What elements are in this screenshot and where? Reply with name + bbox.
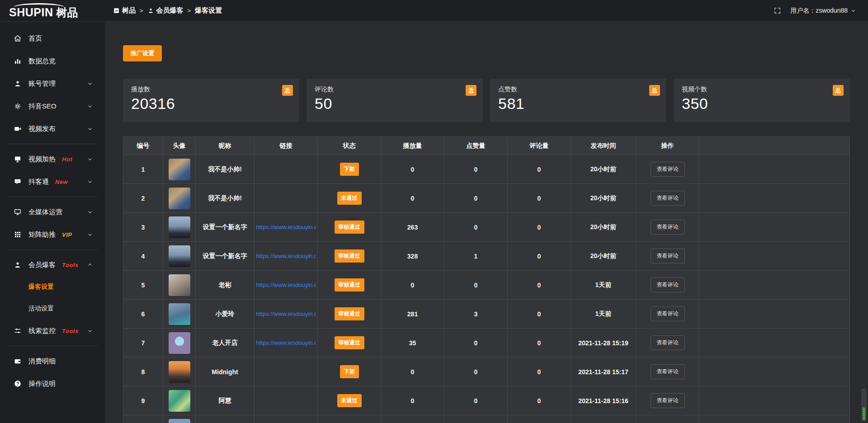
view-comments-button[interactable]: 查看评论 <box>651 191 685 206</box>
header-cell-4: 状态 <box>318 137 381 155</box>
cell-link: https://www.iesdouyin.c <box>255 271 318 300</box>
sidebar-item-data-overview[interactable]: 数据总览 <box>0 50 105 72</box>
view-comments-button[interactable]: 查看评论 <box>651 220 685 235</box>
sidebar-subitem-baoke-setting[interactable]: 爆客设置 <box>0 276 105 298</box>
view-comments-button[interactable]: 查看评论 <box>651 393 685 408</box>
sidebar-item-video-publish[interactable]: 视频发布 <box>0 118 105 140</box>
sidebar-item-douketong[interactable]: 抖客通New <box>0 170 105 193</box>
table-row: 5老彬https://www.iesdouyin.c审核通过0001天前查看评论 <box>123 271 849 300</box>
wallet-icon <box>14 357 22 365</box>
user-menu[interactable]: 用户名：zswodun88 <box>790 7 856 15</box>
stats-row: 播放数20316总评论数50总点赞数581总视频个数350总 <box>123 79 850 122</box>
breadcrumb-item-member-baoke[interactable]: 会员爆客 <box>147 6 184 15</box>
video-link[interactable]: https://www.iesdouyin.c <box>256 339 316 346</box>
status-badge: 未通过 <box>337 394 362 407</box>
cell-plays: 35 <box>381 329 444 357</box>
sidebar-item-account-manage[interactable]: 账号管理 <box>0 72 105 95</box>
stat-total-badge: 总 <box>466 85 476 96</box>
cell-id: 8 <box>123 357 163 386</box>
cell-likes: 0 <box>444 329 508 357</box>
cell-link: https://www.iesdouyin.c <box>255 213 318 242</box>
promo-settings-button[interactable]: 推广设置 <box>123 45 162 61</box>
cell-nickname: 设置一个新名字 <box>196 213 255 242</box>
sidebar-item-label: 首页 <box>28 34 42 43</box>
sidebar-item-label: 视频加热 <box>28 155 56 164</box>
cell-avatar <box>163 155 196 184</box>
sidebar-item-clue-monitor[interactable]: 线索监控Tools <box>0 320 105 342</box>
avatar <box>169 332 190 354</box>
video-link[interactable]: https://www.iesdouyin.c <box>256 282 316 288</box>
sidebar-item-home[interactable]: 首页 <box>0 27 105 50</box>
chevron-down-icon <box>87 231 93 238</box>
cell-filler <box>699 155 849 184</box>
view-comments-button[interactable]: 查看评论 <box>651 364 685 379</box>
breadcrumb-item-shupin[interactable]: 树品 <box>113 6 136 15</box>
app-logo: SHUPIN 树品 <box>0 3 105 18</box>
table-row: 4设置一个新名字https://www.iesdouyin.c审核通过32810… <box>123 242 849 271</box>
cell-link <box>255 415 318 423</box>
sidebar-item-consume-detail[interactable]: 消费明细 <box>0 350 105 372</box>
sidebar-item-badge: Hot <box>62 156 72 163</box>
breadcrumb-label: 爆客设置 <box>195 6 222 15</box>
sidebar-item-badge: VIP <box>62 231 72 238</box>
scrollbar-thumb[interactable] <box>862 389 866 421</box>
avatar <box>169 361 190 383</box>
cell-filler <box>699 415 849 423</box>
view-comments-button[interactable]: 查看评论 <box>651 162 685 177</box>
icon <box>87 262 93 268</box>
cell-comments: 0 <box>508 357 571 386</box>
chevron-down-icon <box>850 8 856 14</box>
logo-text-en: SHUPIN <box>9 7 53 18</box>
cell-avatar <box>163 415 196 423</box>
video-link[interactable]: https://www.iesdouyin.c <box>256 253 316 259</box>
sidebar-item-member-baoke[interactable]: 会员爆客Tools <box>0 254 105 276</box>
cell-avatar <box>163 300 196 329</box>
cell-link <box>255 357 318 386</box>
chevron-up-icon <box>87 262 93 268</box>
cell-action: 查看评论 <box>636 184 699 213</box>
cell-publish-time: 20小时前 <box>571 213 636 242</box>
table-row: 9阿慧未通过0002021-11-28 15:16查看评论 <box>123 386 849 415</box>
cell-avatar <box>163 329 196 357</box>
sidebar-item-media-ops[interactable]: 全媒体运营 <box>0 201 105 223</box>
icon <box>87 328 93 334</box>
icon <box>87 179 93 185</box>
cell-publish-time: 1天前 <box>571 300 636 329</box>
view-comments-button[interactable]: 查看评论 <box>651 335 685 350</box>
sidebar-subitem-activity-setting[interactable]: 活动设置 <box>0 298 105 320</box>
video-icon <box>14 125 22 133</box>
sidebar-item-label: 矩阵助推 <box>28 230 56 239</box>
fullscreen-icon[interactable] <box>774 7 781 14</box>
cell-filler <box>699 184 849 213</box>
cell-nickname: Midnight <box>196 357 255 386</box>
icon <box>87 156 93 162</box>
view-comments-button[interactable]: 查看评论 <box>651 306 685 321</box>
view-comments-button[interactable]: 查看评论 <box>651 249 685 263</box>
cell-publish-time: 20小时前 <box>571 184 636 213</box>
cell-filler <box>699 386 849 415</box>
status-badge: 审核通过 <box>335 278 364 291</box>
cell-status: 下架 <box>318 155 381 184</box>
cell-action: 查看评论 <box>636 386 699 415</box>
cell-status: 未通过 <box>318 184 381 213</box>
view-comments-button[interactable]: 查看评论 <box>651 277 685 292</box>
stat-value: 20316 <box>131 95 291 113</box>
sidebar-item-douyin-seo[interactable]: 抖音SEO <box>0 95 105 118</box>
cell-comments: 0 <box>508 213 571 242</box>
chevron-down-icon <box>87 126 93 132</box>
cell-comments <box>508 415 571 423</box>
chevron-down-icon <box>87 209 93 215</box>
breadcrumb-item-baoke-setting[interactable]: 爆客设置 <box>195 6 222 15</box>
sidebar-item-video-heat[interactable]: 视频加热Hot <box>0 148 105 170</box>
cell-id: 1 <box>123 155 163 184</box>
video-link[interactable]: https://www.iesdouyin.c <box>256 310 316 317</box>
header-cell-5: 播放量 <box>381 137 444 155</box>
cell-avatar <box>163 386 196 415</box>
video-link[interactable]: https://www.iesdouyin.c <box>256 224 316 230</box>
cell-status <box>318 415 381 423</box>
sidebar-item-operation-guide[interactable]: 操作说明 <box>0 372 105 395</box>
sidebar-item-matrix-boost[interactable]: 矩阵助推VIP <box>0 223 105 246</box>
stat-total-badge: 总 <box>649 85 660 96</box>
cell-nickname: 我不是小帅! <box>196 184 255 213</box>
chevron-down-icon <box>87 80 93 87</box>
